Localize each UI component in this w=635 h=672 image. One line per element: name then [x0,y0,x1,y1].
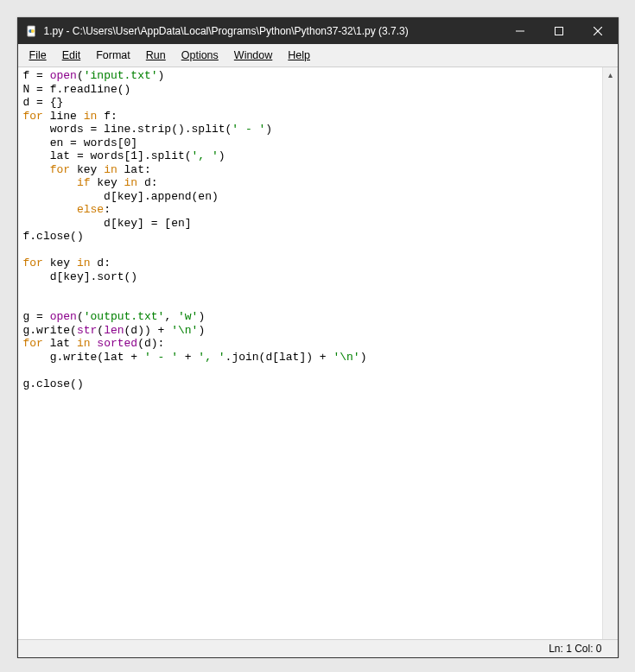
idle-window: 1.py - C:\Users\User\AppData\Local\Progr… [17,17,619,658]
menu-format[interactable]: Format [88,48,138,62]
menu-help[interactable]: Help [280,48,318,62]
statusbar: Ln: 1 Col: 0 [18,639,618,657]
window-title: 1.py - C:\Users\User\AppData\Local\Progr… [44,25,501,37]
menu-options[interactable]: Options [174,48,226,62]
cursor-position: Ln: 1 Col: 0 [549,643,601,655]
svg-rect-4 [556,28,563,35]
python-file-icon [25,24,39,38]
close-button[interactable] [579,18,618,44]
minimize-button[interactable] [501,18,540,44]
titlebar[interactable]: 1.py - C:\Users\User\AppData\Local\Progr… [18,18,618,44]
code-editor[interactable]: f = open('input.txt') N = f.readline() d… [18,67,602,639]
window-controls [501,18,618,44]
menu-file[interactable]: File [22,48,54,62]
menu-edit[interactable]: Edit [54,48,89,62]
menubar: File Edit Format Run Options Window Help [18,44,618,67]
vertical-scrollbar[interactable]: ▴ [602,67,618,639]
menu-run[interactable]: Run [138,48,174,62]
menu-window[interactable]: Window [226,48,280,62]
editor-area: f = open('input.txt') N = f.readline() d… [18,67,618,639]
maximize-button[interactable] [540,18,579,44]
svg-point-2 [30,29,34,33]
scroll-up-icon[interactable]: ▴ [603,67,618,82]
